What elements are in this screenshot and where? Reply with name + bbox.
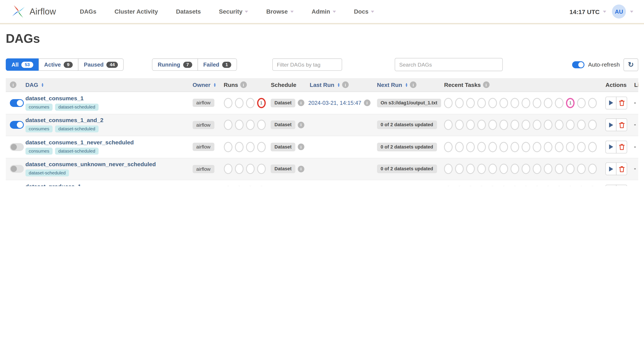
run-status-circle-failed[interactable] bbox=[257, 120, 266, 130]
run-status-circle-success[interactable] bbox=[235, 120, 244, 130]
task-status-circle-none[interactable] bbox=[444, 98, 453, 108]
task-status-circle-scheduled[interactable] bbox=[466, 164, 475, 174]
run-status-circle-queued[interactable] bbox=[224, 120, 232, 130]
task-status-circle-up_for_reschedule[interactable] bbox=[544, 186, 552, 186]
run-status-circle-failed[interactable]: 1 bbox=[257, 98, 266, 108]
header-label[interactable]: Last Run▲▼i bbox=[310, 81, 348, 88]
task-status-circle-none[interactable] bbox=[444, 142, 453, 152]
task-status-circle-failed[interactable] bbox=[522, 164, 530, 174]
run-status-circle-running[interactable] bbox=[246, 120, 254, 130]
task-status-circle-scheduled[interactable] bbox=[466, 120, 475, 130]
task-status-circle-restarting[interactable] bbox=[510, 164, 519, 174]
trigger-dag-button[interactable] bbox=[606, 140, 616, 153]
task-status-circle-up_for_reschedule[interactable] bbox=[544, 164, 552, 174]
tag-filter-input[interactable] bbox=[272, 58, 342, 71]
task-status-circle-shutdown[interactable] bbox=[588, 120, 597, 130]
trigger-dag-button[interactable] bbox=[606, 185, 616, 186]
refresh-button[interactable]: ↻ bbox=[624, 58, 638, 71]
schedule-badge[interactable]: Dataset bbox=[271, 165, 295, 173]
run-status-circle-success[interactable] bbox=[235, 98, 244, 108]
task-status-circle-deferred[interactable] bbox=[577, 142, 586, 152]
pause-toggle[interactable] bbox=[10, 143, 24, 151]
owner-badge[interactable]: airflow bbox=[192, 143, 214, 151]
airflow-brand[interactable]: Airflow bbox=[10, 4, 56, 19]
trigger-dag-button[interactable] bbox=[606, 97, 616, 109]
last-run-link[interactable]: 2024-03-21, 14:15:47 bbox=[308, 100, 361, 106]
run-status-circle-success[interactable] bbox=[235, 164, 244, 174]
task-status-circle-success[interactable] bbox=[500, 164, 508, 174]
task-status-circle-shutdown[interactable] bbox=[588, 142, 597, 152]
dag-tag[interactable]: consumes bbox=[26, 126, 53, 132]
sort-arrows-icon[interactable]: ▲▼ bbox=[213, 83, 216, 87]
delete-dag-button[interactable] bbox=[616, 119, 627, 131]
nav-item-browse[interactable]: Browse bbox=[266, 8, 294, 15]
dag-tag[interactable]: consumes bbox=[26, 148, 53, 154]
task-status-circle-deferred[interactable] bbox=[577, 98, 586, 108]
run-status-circle-running[interactable] bbox=[246, 186, 254, 186]
task-status-circle-up_for_reschedule[interactable] bbox=[544, 120, 552, 130]
task-status-circle-queued[interactable] bbox=[478, 164, 486, 174]
run-status-circle-queued[interactable] bbox=[224, 98, 232, 108]
task-status-circle-failed[interactable] bbox=[522, 142, 530, 152]
links-overflow-sliver[interactable] bbox=[634, 168, 636, 170]
schedule-badge[interactable]: Dataset bbox=[271, 143, 295, 151]
run-status-circle-running[interactable] bbox=[246, 98, 254, 108]
task-status-circle-none[interactable] bbox=[444, 120, 453, 130]
task-status-circle-removed[interactable] bbox=[455, 98, 464, 108]
task-status-circle-up_for_retry[interactable] bbox=[533, 98, 542, 108]
dag-tag[interactable]: dataset-scheduled bbox=[26, 170, 69, 176]
schedule-badge[interactable]: Dataset bbox=[271, 121, 295, 129]
task-status-circle-skipped[interactable]: 1 bbox=[566, 98, 575, 108]
nav-item-security[interactable]: Security bbox=[219, 8, 248, 15]
filter-button-active[interactable]: Active9 bbox=[38, 58, 78, 71]
run-status-circle-running[interactable] bbox=[246, 142, 254, 152]
delete-dag-button[interactable] bbox=[616, 185, 627, 186]
task-status-circle-running[interactable] bbox=[488, 186, 497, 186]
dag-name-link[interactable]: dataset_produces_1 bbox=[26, 183, 188, 186]
task-status-circle-queued[interactable] bbox=[478, 98, 486, 108]
task-status-circle-skipped[interactable] bbox=[566, 164, 575, 174]
task-status-circle-shutdown[interactable] bbox=[588, 98, 597, 108]
task-status-circle-success[interactable] bbox=[500, 120, 508, 130]
owner-badge[interactable]: airflow bbox=[192, 121, 214, 129]
task-status-circle-success[interactable] bbox=[500, 186, 508, 186]
task-status-circle-deferred[interactable] bbox=[577, 164, 586, 174]
task-status-circle-queued[interactable] bbox=[478, 142, 486, 152]
task-status-circle-removed[interactable] bbox=[455, 186, 464, 186]
task-status-circle-shutdown[interactable] bbox=[588, 164, 597, 174]
delete-dag-button[interactable] bbox=[616, 140, 627, 153]
task-status-circle-restarting[interactable] bbox=[510, 142, 519, 152]
nav-item-cluster-activity[interactable]: Cluster Activity bbox=[114, 8, 158, 15]
run-status-circle-queued[interactable] bbox=[224, 164, 232, 174]
task-status-circle-skipped[interactable] bbox=[566, 120, 575, 130]
task-status-circle-upstream_failed[interactable] bbox=[555, 120, 564, 130]
run-status-circle-queued[interactable] bbox=[224, 186, 232, 186]
task-status-circle-up_for_retry[interactable] bbox=[533, 120, 542, 130]
nav-item-dags[interactable]: DAGs bbox=[80, 8, 96, 15]
owner-badge[interactable]: airflow bbox=[192, 99, 214, 107]
task-status-circle-queued[interactable] bbox=[478, 186, 486, 186]
task-status-circle-running[interactable] bbox=[488, 164, 497, 174]
sort-arrows-icon[interactable]: ▲▼ bbox=[405, 83, 408, 87]
filter-button-running[interactable]: Running7 bbox=[152, 58, 198, 71]
schedule-badge[interactable]: Dataset bbox=[271, 99, 295, 107]
run-status-circle-success[interactable] bbox=[235, 186, 244, 186]
task-status-circle-running[interactable] bbox=[488, 142, 497, 152]
dag-name-link[interactable]: dataset_consumes_1 bbox=[26, 95, 188, 102]
sort-arrows-icon[interactable]: ▲▼ bbox=[41, 83, 44, 87]
task-status-circle-restarting[interactable] bbox=[510, 120, 519, 130]
task-status-circle-queued[interactable] bbox=[478, 120, 486, 130]
task-status-circle-up_for_reschedule[interactable] bbox=[544, 142, 552, 152]
run-status-circle-failed[interactable] bbox=[257, 186, 266, 186]
task-status-circle-none[interactable] bbox=[444, 164, 453, 174]
timezone-selector[interactable]: 14:17 UTC bbox=[570, 8, 606, 15]
owner-badge[interactable]: airflow bbox=[192, 165, 214, 173]
task-status-circle-shutdown[interactable] bbox=[588, 186, 597, 186]
dag-tag[interactable]: consumes bbox=[26, 103, 53, 110]
task-status-circle-upstream_failed[interactable] bbox=[555, 98, 564, 108]
task-status-circle-failed[interactable] bbox=[522, 120, 530, 130]
nav-item-docs[interactable]: Docs bbox=[354, 8, 374, 15]
task-status-circle-restarting[interactable] bbox=[510, 98, 519, 108]
task-status-circle-running[interactable] bbox=[488, 120, 497, 130]
dag-tag[interactable]: dataset-scheduled bbox=[55, 103, 99, 110]
